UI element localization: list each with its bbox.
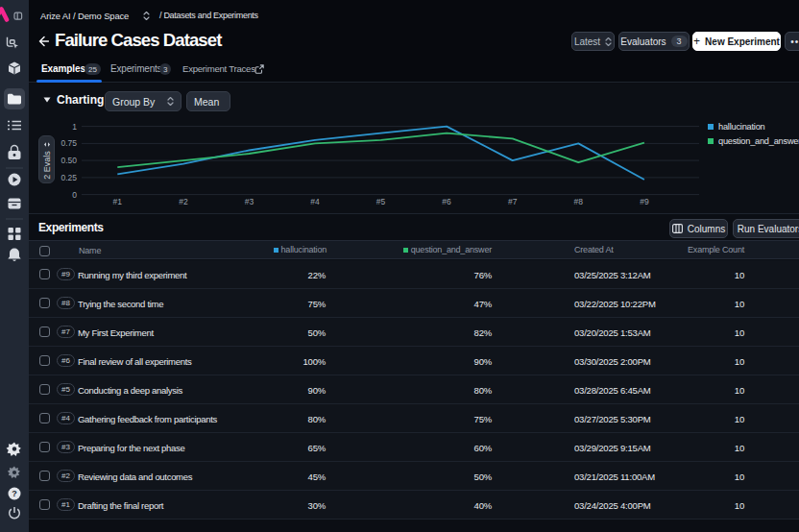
svg-text:#3: #3 xyxy=(245,197,254,206)
svg-text:0.25: 0.25 xyxy=(61,173,77,182)
svg-text:#9: #9 xyxy=(640,197,649,206)
svg-text:#1: #1 xyxy=(113,197,123,206)
svg-text:0.75: 0.75 xyxy=(61,138,77,148)
svg-text:1: 1 xyxy=(72,122,77,132)
svg-text:#5: #5 xyxy=(376,197,386,206)
svg-text:#8: #8 xyxy=(574,197,584,206)
svg-text:#6: #6 xyxy=(442,197,451,206)
svg-text:0.50: 0.50 xyxy=(61,156,77,165)
svg-text:?: ? xyxy=(12,489,17,498)
svg-text:#7: #7 xyxy=(508,197,518,206)
svg-text:#4: #4 xyxy=(310,197,320,206)
svg-text:0: 0 xyxy=(72,190,77,200)
svg-text:#2: #2 xyxy=(179,197,188,206)
